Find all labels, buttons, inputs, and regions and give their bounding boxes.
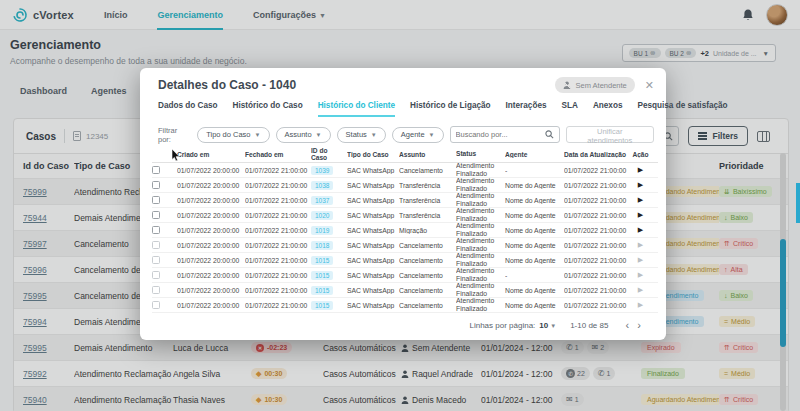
play-action-icon[interactable]: ▶ <box>638 196 643 203</box>
modal-title: Detalhes do Caso - 1040 <box>158 78 296 92</box>
case-id-chip[interactable]: 1037 <box>311 196 333 205</box>
col-fechado-em: Fechado em <box>245 151 311 158</box>
history-row[interactable]: 01/07/2022 20:00:00 01/07/2022 21:00:00 … <box>152 253 658 268</box>
person-off-icon <box>563 81 571 89</box>
tab-interacoes[interactable]: Interações <box>506 101 547 117</box>
tab-dados-do-caso[interactable]: Dados do Caso <box>158 101 218 117</box>
col-assunto: Assunto <box>399 151 456 158</box>
play-action-icon[interactable]: ▶ <box>638 301 643 308</box>
row-checkbox[interactable] <box>152 256 160 264</box>
history-row[interactable]: 01/07/2022 20:00:00 01/07/2022 21:00:00 … <box>152 208 658 223</box>
row-checkbox[interactable] <box>152 226 160 234</box>
chevron-down-icon: ▼ <box>255 132 261 138</box>
col-agente: Agente <box>505 151 564 158</box>
play-action-icon[interactable]: ▶ <box>638 286 643 293</box>
tab-pesquisa-de-satisfacao[interactable]: Pesquisa de satisfação <box>637 101 727 117</box>
history-row[interactable]: 01/07/2022 20:00:00 01/07/2022 21:00:00 … <box>152 193 658 208</box>
history-row[interactable]: 01/07/2022 20:00:00 01/07/2022 21:00:00 … <box>152 223 658 238</box>
play-action-icon[interactable]: ▶ <box>638 211 643 218</box>
play-action-icon[interactable]: ▶ <box>638 226 643 233</box>
chevron-down-icon: ▼ <box>429 132 435 138</box>
tab-historico-de-ligacao[interactable]: Histórico de Ligação <box>410 101 491 117</box>
assignee-chip: Sem Atendente <box>555 77 634 93</box>
close-icon[interactable]: ✕ <box>645 79 654 92</box>
case-id-chip[interactable]: 1020 <box>311 211 333 220</box>
case-id-chip[interactable]: 1015 <box>311 286 333 295</box>
row-checkbox[interactable] <box>152 301 160 309</box>
play-action-icon[interactable]: ▶ <box>638 166 643 173</box>
col-acao: Ação <box>632 151 652 158</box>
row-checkbox[interactable] <box>152 166 160 174</box>
history-row[interactable]: 01/07/2022 20:00:00 01/07/2022 21:00:00 … <box>152 163 658 178</box>
rows-per-page[interactable]: Linhas por página:10▼ <box>469 321 556 330</box>
col-criado-em: Criado em <box>177 151 245 158</box>
col-status: Status <box>456 150 505 157</box>
play-action-icon[interactable]: ▶ <box>638 271 643 278</box>
previous-page-icon[interactable]: ‹ <box>622 319 632 331</box>
row-checkbox[interactable] <box>152 196 160 204</box>
play-action-icon[interactable]: ▶ <box>638 181 643 188</box>
row-checkbox[interactable] <box>152 211 160 219</box>
case-id-chip[interactable]: 1039 <box>311 166 333 175</box>
modal-search-input[interactable] <box>456 130 545 139</box>
case-id-chip[interactable]: 1038 <box>311 181 333 190</box>
chevron-down-icon: ▼ <box>550 323 556 329</box>
tab-anexos[interactable]: Anexos <box>593 101 623 117</box>
unify-cases-button[interactable]: Unificar atendimentos <box>566 126 654 143</box>
filter-agente[interactable]: Agente▼ <box>392 127 444 143</box>
play-action-icon[interactable]: ▶ <box>638 241 643 248</box>
pagination-range: 1-10 de 85 <box>570 321 608 330</box>
history-row[interactable]: 01/07/2022 20:00:00 01/07/2022 21:00:00 … <box>152 298 658 313</box>
history-row[interactable]: 01/07/2022 20:00:00 01/07/2022 21:00:00 … <box>152 178 658 193</box>
modal-tabs: Dados do Caso Histórico do Caso Históric… <box>158 101 654 117</box>
page-scrollbar-thumb[interactable] <box>796 183 800 223</box>
filter-tipo-do-caso[interactable]: Tipo do Caso▼ <box>197 127 269 143</box>
modal-search[interactable] <box>450 126 560 143</box>
history-row[interactable]: 01/07/2022 20:00:00 01/07/2022 21:00:00 … <box>152 283 658 298</box>
tab-historico-do-cliente[interactable]: Histórico do Cliente <box>318 101 395 117</box>
history-table-header: Criado em Fechado em ID do Caso Tipo do … <box>152 146 658 163</box>
filter-status[interactable]: Status▼ <box>337 127 386 143</box>
screen: cVortex Início Gerenciamento Configuraçõ… <box>0 0 800 411</box>
case-id-chip[interactable]: 1018 <box>311 241 333 250</box>
tab-historico-do-caso[interactable]: Histórico do Caso <box>233 101 303 117</box>
row-checkbox[interactable] <box>152 241 160 249</box>
pagination: Linhas por página:10▼ 1-10 de 85 ‹ › <box>469 319 644 331</box>
chevron-down-icon: ▼ <box>316 132 322 138</box>
col-data-da-atualizacao: Data da Atualização <box>564 151 632 158</box>
case-id-chip[interactable]: 1015 <box>311 271 333 280</box>
client-history-table: Criado em Fechado em ID do Caso Tipo do … <box>152 146 658 313</box>
filter-assunto[interactable]: Assunto▼ <box>276 127 331 143</box>
next-page-icon[interactable]: › <box>634 319 644 331</box>
case-id-chip[interactable]: 1019 <box>311 226 333 235</box>
case-id-chip[interactable]: 1015 <box>311 256 333 265</box>
modal-filter-bar: Filtrar por: Tipo do Caso▼ Assunto▼ Stat… <box>158 126 654 143</box>
case-details-modal: Detalhes do Caso - 1040 Sem Atendente ✕ … <box>140 68 666 340</box>
row-checkbox[interactable] <box>152 271 160 279</box>
tab-sla[interactable]: SLA <box>562 101 578 117</box>
history-row[interactable]: 01/07/2022 20:00:00 01/07/2022 21:00:00 … <box>152 268 658 283</box>
col-id-do-caso: ID do Caso <box>311 147 347 162</box>
mouse-cursor <box>171 149 180 162</box>
row-checkbox[interactable] <box>152 286 160 294</box>
play-action-icon[interactable]: ▶ <box>638 256 643 263</box>
row-checkbox[interactable] <box>152 181 160 189</box>
col-tipo-do-caso: Tipo do Caso <box>347 151 399 158</box>
chevron-down-icon: ▼ <box>371 132 377 138</box>
search-icon <box>545 130 554 139</box>
history-row[interactable]: 01/07/2022 20:00:00 01/07/2022 21:00:00 … <box>152 238 658 253</box>
filter-by-label: Filtrar por: <box>158 126 191 144</box>
case-id-chip[interactable]: 1015 <box>311 301 333 310</box>
